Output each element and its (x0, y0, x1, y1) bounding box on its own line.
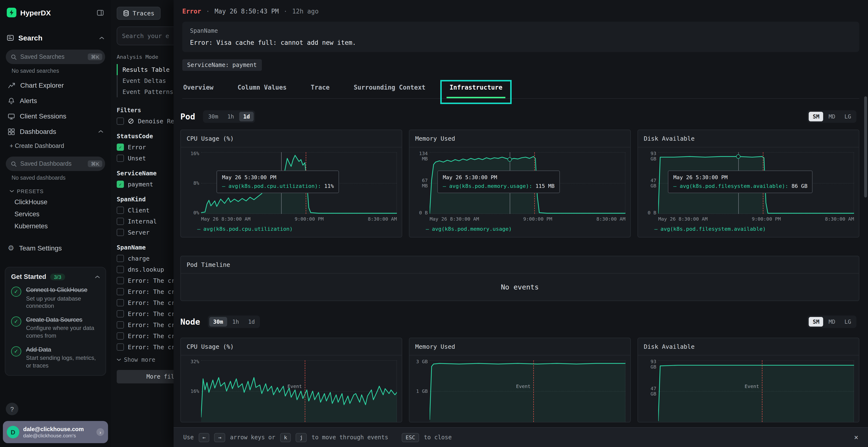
sidebar-item-alerts[interactable]: Alerts (0, 93, 111, 108)
size-lg-button[interactable]: LG (840, 112, 855, 122)
checkbox[interactable] (117, 299, 124, 306)
sidebar-item-dashboards[interactable]: Dashboards (0, 124, 111, 139)
sidebar-item-services[interactable]: Services (0, 208, 111, 220)
size-md-button[interactable]: MD (825, 112, 839, 122)
line-chart[interactable]: Event May 26 5:30:00 PM — avg(k8s.pod.cp… (201, 152, 397, 214)
checkbox[interactable] (117, 277, 124, 284)
get-started-title: Get Started (11, 273, 46, 280)
denoise-toggle[interactable]: Denoise Re (117, 117, 174, 125)
y-axis: 93 GB 47 GB (642, 360, 658, 422)
line-chart[interactable]: Event May 26 5:30:00 PM — avg(k8s.pod.me… (430, 152, 625, 214)
checkbox[interactable] (117, 266, 124, 273)
facet-item[interactable]: Server (117, 229, 174, 236)
scrollbar[interactable] (864, 96, 867, 198)
checkbox[interactable] (117, 117, 124, 125)
more-filters-button[interactable]: More filters (117, 370, 174, 383)
range-30m-button[interactable]: 30m (209, 317, 227, 326)
saved-searches-input[interactable]: Saved Searches ⌘K (6, 49, 105, 64)
show-more-toggle[interactable]: Show more (117, 356, 174, 363)
checkbox[interactable] (117, 229, 124, 236)
event-search-input[interactable]: Search your e (117, 27, 174, 45)
analysis-mode-event-deltas[interactable]: Event Deltas (117, 75, 174, 86)
user-account-chip[interactable]: D dale@clickhouse.com dale@clickhouse.co… (3, 421, 108, 443)
hover-point-marker (508, 158, 512, 162)
line-chart[interactable]: Event (658, 360, 854, 422)
checklist-item[interactable]: ✓ Connect to ClickHouse Set up your data… (11, 286, 100, 310)
tab-trace[interactable]: Trace (310, 77, 331, 98)
facet-item[interactable]: Error: The cr (117, 299, 174, 306)
facet-item[interactable]: Client (117, 207, 174, 214)
sidebar-item-clickhouse[interactable]: ClickHouse (0, 196, 111, 208)
tab-infrastructure[interactable]: Infrastructure (448, 77, 503, 98)
sidebar-item-chart-explorer[interactable]: Chart Explorer (0, 77, 111, 93)
event-marker-line (305, 360, 305, 422)
checkbox[interactable] (117, 218, 124, 225)
checkbox[interactable] (117, 332, 124, 340)
source-select-button[interactable]: Traces (117, 7, 161, 20)
right-arrow-key: → (214, 433, 225, 442)
analysis-mode-event-patterns[interactable]: Event Patterns (117, 86, 174, 97)
saved-dashboards-input[interactable]: Saved Dashboards ⌘K (6, 157, 105, 171)
chart-line-icon (8, 82, 16, 89)
checkbox-checked[interactable]: ✓ (117, 143, 124, 151)
facet-item[interactable]: Error: The cr (117, 343, 174, 351)
facet-item[interactable]: Unset (117, 154, 174, 162)
get-started-header[interactable]: Get Started 3/3 (11, 273, 100, 280)
facet-item[interactable]: Error: The cr (117, 332, 174, 340)
analysis-mode-results-table[interactable]: Results Table (117, 64, 174, 75)
range-1d-button[interactable]: 1d (240, 112, 254, 122)
line-chart[interactable]: Event (201, 360, 397, 422)
help-button[interactable]: ? (6, 403, 18, 415)
close-icon[interactable]: × (854, 433, 858, 442)
search-section-header[interactable]: Search (0, 30, 111, 46)
facet-item[interactable]: ✓ Error (117, 143, 174, 151)
left-arrow-key: ← (198, 433, 209, 442)
size-sm-button[interactable]: SM (809, 317, 824, 326)
size-md-button[interactable]: MD (825, 317, 839, 326)
checklist-item[interactable]: ✓ Add Data Start sending logs, metrics, … (11, 346, 100, 370)
line-chart[interactable]: Event May 26 5:30:00 PM — avg(k8s.pod.fi… (658, 152, 854, 214)
facet-item[interactable]: Internal (117, 218, 174, 225)
checkbox[interactable] (117, 288, 124, 295)
size-sm-button[interactable]: SM (809, 112, 824, 122)
chevron-right-icon: › (96, 428, 104, 436)
checkbox[interactable] (117, 255, 124, 262)
checklist-item[interactable]: ✓ Create Data Sources Configure where yo… (11, 316, 100, 340)
checkbox[interactable] (117, 310, 124, 317)
range-1h-button[interactable]: 1h (223, 112, 238, 122)
facet-item[interactable]: Error: The cr (117, 321, 174, 329)
facet-item[interactable]: Error: The cr (117, 277, 174, 284)
range-1d-button[interactable]: 1d (244, 317, 259, 326)
checkbox[interactable] (117, 207, 124, 214)
sidebar: HyperDX Search Saved Searches ⌘K No save… (0, 0, 112, 447)
collapse-sidebar-icon[interactable] (96, 9, 104, 16)
chart-title: Disk Available (638, 338, 859, 355)
analysis-mode-list: Results Table Event Deltas Event Pattern… (117, 64, 174, 97)
facet-item[interactable]: Error: The cr (117, 310, 174, 317)
tab-overview[interactable]: Overview (182, 77, 214, 98)
y-axis: 16% 8% 0% (185, 152, 201, 214)
tab-surrounding-context[interactable]: Surrounding Context (353, 77, 426, 98)
service-name-tag[interactable]: ServiceName: payment (182, 59, 261, 71)
sidebar-item-label: Alerts (20, 97, 37, 105)
sidebar-item-client-sessions[interactable]: Client Sessions (0, 108, 111, 124)
checkbox[interactable] (117, 154, 124, 162)
facet-item[interactable]: charge (117, 255, 174, 262)
facet-item[interactable]: dns.lookup (117, 266, 174, 273)
event-relative-time: 12h ago (292, 8, 319, 15)
facet-item[interactable]: ✓ payment (117, 181, 174, 188)
line-chart[interactable]: Event (430, 360, 625, 422)
facet-item[interactable]: Error: The cr (117, 288, 174, 295)
size-lg-button[interactable]: LG (840, 317, 855, 326)
range-1h-button[interactable]: 1h (228, 317, 243, 326)
range-30m-button[interactable]: 30m (204, 112, 222, 122)
tab-column-values[interactable]: Column Values (237, 77, 288, 98)
checkbox[interactable] (117, 343, 124, 351)
presets-toggle[interactable]: PRESETS (0, 184, 111, 196)
checkbox[interactable] (117, 321, 124, 329)
checkbox-checked[interactable]: ✓ (117, 181, 124, 188)
create-dashboard-button[interactable]: + Create Dashboard (0, 139, 111, 153)
sidebar-item-team-settings[interactable]: ⚙ Team Settings (0, 240, 111, 256)
sidebar-item-kubernetes[interactable]: Kubernetes (0, 220, 111, 232)
pod-timeline-card: Pod Timeline No events (180, 256, 859, 301)
